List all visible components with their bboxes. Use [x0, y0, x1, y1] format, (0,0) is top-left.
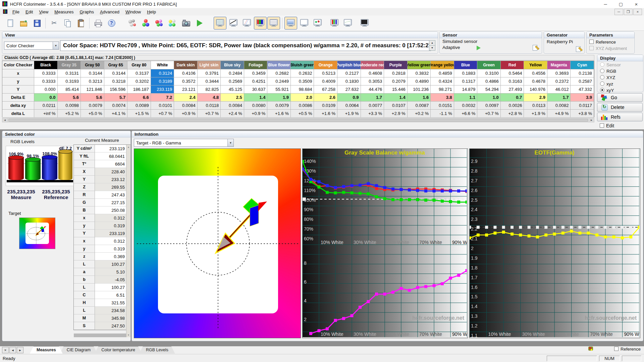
- mdi-close-icon[interactable]: ×: [633, 9, 642, 15]
- chevron-down-icon[interactable]: ▼: [53, 42, 59, 49]
- measure-cell-purple-y[interactable]: 0.2079: [384, 77, 408, 85]
- measure-cell-gray-65-delta-xy[interactable]: 0.0074: [104, 102, 128, 110]
- measure-cell-orange-yellow-delta-l[interactable]: -1.1 %: [431, 110, 454, 118]
- measure-cell-purplish-blue-delta-l[interactable]: +1.9 %: [337, 110, 361, 118]
- display-radio-xyz[interactable]: xyz: [599, 81, 641, 87]
- measure-cell-gray-35-delta-l[interactable]: +5.2 %: [58, 110, 81, 118]
- measure-cell-yellow-delta-e[interactable]: 2.9: [524, 94, 547, 102]
- view-graph-button[interactable]: [341, 17, 354, 29]
- measure-cell-green-delta-l[interactable]: +0.7 %: [477, 110, 501, 118]
- measure-cell-purplish-blue-y[interactable]: 0.1830: [337, 77, 361, 85]
- tab-color-temperature[interactable]: Color temperature: [95, 346, 142, 354]
- column-header-yellow-green[interactable]: Yellow green: [408, 61, 431, 69]
- measure-cell-moderate-red-delta-l[interactable]: +3.3 %: [361, 110, 384, 118]
- measure-cell-blue-sky-y[interactable]: 45.125: [221, 85, 244, 94]
- tab-cie-diagram[interactable]: CIE Diagram: [60, 346, 98, 354]
- sensor-run-icon[interactable]: [477, 46, 481, 50]
- column-header-purple[interactable]: Purple: [384, 61, 408, 69]
- measure-cell-green-y[interactable]: 0.4866: [477, 77, 501, 85]
- measure-cell-gray-50-y[interactable]: 0.3213: [81, 77, 104, 85]
- measure-cell-light-skin-y[interactable]: 0.3444: [198, 77, 221, 85]
- view-luminance-curve-button[interactable]: [240, 17, 253, 29]
- measure-cell-gray-65-y[interactable]: 156.596: [104, 85, 128, 94]
- display-radio-rgb[interactable]: RGB: [599, 68, 641, 75]
- view-rgb-levels-button[interactable]: [328, 17, 341, 29]
- row-label-delta-e[interactable]: Delta E: [2, 94, 34, 102]
- measure-cell-purple-delta-xy[interactable]: 0.0107: [384, 102, 408, 110]
- table-corner-header[interactable]: Color Checker: [2, 61, 34, 69]
- mdi-minimize-icon[interactable]: ─: [614, 9, 623, 15]
- measure-cell-purple-delta-l[interactable]: +2.9 %: [384, 110, 408, 118]
- scroll-right-icon[interactable]: ►: [589, 118, 594, 122]
- column-header-purplish-blue[interactable]: Purplish blue: [337, 61, 361, 69]
- measure-cell-white-y[interactable]: 233.119: [151, 85, 174, 94]
- view-free-measures-button[interactable]: [298, 17, 311, 29]
- measure-cell-foliage-delta-xy[interactable]: 0.0080: [244, 102, 268, 110]
- tab-scroll-right-icon[interactable]: ►: [17, 347, 23, 353]
- measure-cell-green-delta-e[interactable]: 1.0: [477, 94, 501, 102]
- radio-icon[interactable]: [600, 75, 604, 79]
- column-header-blue[interactable]: Blue: [454, 61, 478, 69]
- measure-cell-foliage-y[interactable]: 30.637: [244, 85, 268, 94]
- measure-cell-moderate-red-y[interactable]: 44.476: [361, 85, 384, 94]
- measure-cell-white-delta-xy[interactable]: 0.0101: [151, 102, 174, 110]
- measure-cell-yellow-y[interactable]: 0.4678: [524, 77, 547, 85]
- measure-cell-bluish-green-x[interactable]: 0.2632: [291, 69, 314, 77]
- row-label-delta-l[interactable]: delta L: [2, 110, 34, 118]
- measure-cell-white-delta-l[interactable]: +0.7 %: [151, 110, 174, 118]
- checkbox-icon[interactable]: [589, 40, 594, 44]
- measure-cell-yellow-y[interactable]: 140.976: [524, 85, 547, 94]
- scroll-down-icon[interactable]: ▼: [126, 333, 130, 337]
- menu-measures[interactable]: Measures: [51, 9, 76, 15]
- measure-cell-magenta-y[interactable]: 46.012: [547, 85, 571, 94]
- statusbar-reference-checkbox[interactable]: Reference: [614, 347, 641, 352]
- view-mode-select[interactable]: Color Checker ▼: [4, 42, 59, 50]
- measure-cell-bluish-green-y[interactable]: 98.684: [291, 85, 314, 94]
- row-label-x[interactable]: x: [2, 69, 34, 77]
- measure-cell-white-y[interactable]: 0.3189: [151, 77, 174, 85]
- column-header-white[interactable]: White: [151, 61, 174, 69]
- run-measures-button[interactable]: [193, 17, 206, 29]
- column-header-blue-flower[interactable]: Blue flower: [267, 61, 291, 69]
- save-file-button[interactable]: [31, 17, 43, 29]
- measure-cell-bluish-green-y[interactable]: 0.3509: [291, 77, 314, 85]
- paste-button[interactable]: [74, 17, 87, 29]
- column-header-blue-sky[interactable]: Blue sky: [221, 61, 244, 69]
- measure-cell-yellow-delta-xy[interactable]: 0.0113: [524, 102, 547, 110]
- measure-cell-yellow-delta-l[interactable]: +1.9 %: [524, 110, 547, 118]
- column-header-dark-skin[interactable]: Dark skin: [174, 61, 198, 69]
- measure-cell-blue-x[interactable]: 0.1883: [454, 69, 478, 77]
- measure-cell-blue-flower-y[interactable]: 55.921: [267, 85, 291, 94]
- measure-cell-cyan-delta-xy[interactable]: 0.0117: [571, 102, 594, 110]
- measure-grayscale-button[interactable]: [139, 17, 152, 29]
- measure-cell-green-x[interactable]: 0.3100: [477, 69, 501, 77]
- scroll-thumb[interactable]: [8, 119, 588, 122]
- close-view-icon[interactable]: ✕: [2, 347, 9, 353]
- new-document-button[interactable]: [4, 17, 16, 29]
- print-button[interactable]: [92, 17, 104, 29]
- measure-cell-gray-35-delta-xy[interactable]: 0.0098: [58, 102, 81, 110]
- measure-cell-dark-skin-delta-xy[interactable]: 0.0084: [174, 102, 198, 110]
- measure-cell-black-delta-e[interactable]: 0.0: [34, 94, 58, 102]
- measure-cell-gray-35-x[interactable]: 0.3131: [58, 69, 81, 77]
- measure-cell-foliage-delta-l[interactable]: +0.9 %: [244, 110, 268, 118]
- measure-cell-yellow-green-delta-e[interactable]: 1.6: [408, 94, 431, 102]
- measure-cell-gray-65-delta-e[interactable]: 5.7: [104, 94, 128, 102]
- measure-cell-moderate-red-delta-e[interactable]: 1.7: [361, 94, 384, 102]
- measure-cell-gray-35-y[interactable]: 0.3193: [58, 77, 81, 85]
- measure-cell-purplish-blue-x[interactable]: 0.2127: [337, 69, 361, 77]
- view-selected-color-button[interactable]: [284, 17, 297, 29]
- measure-cell-gray-35-delta-e[interactable]: 5.6: [58, 94, 81, 102]
- measure-cell-light-skin-delta-l[interactable]: +0.7 %: [198, 110, 221, 118]
- measure-cell-purplish-blue-delta-xy[interactable]: 0.0064: [337, 102, 361, 110]
- measure-cell-gray-80-y[interactable]: 186.187: [127, 85, 151, 94]
- measure-cell-gray-80-y[interactable]: 0.3202: [127, 77, 151, 85]
- row-label-y[interactable]: Y: [2, 85, 34, 94]
- measure-cell-orange-delta-l[interactable]: +1.6 %: [314, 110, 337, 118]
- measure-cell-gray-80-delta-e[interactable]: 6.6: [127, 94, 151, 102]
- measure-cell-yellow-x[interactable]: 0.4556: [524, 69, 547, 77]
- close-icon[interactable]: ×: [629, 0, 644, 8]
- measure-cell-light-skin-delta-xy[interactable]: 0.0118: [198, 102, 221, 110]
- tab-scroll-left-icon[interactable]: ◄: [9, 347, 16, 353]
- open-file-button[interactable]: ➔: [17, 17, 30, 29]
